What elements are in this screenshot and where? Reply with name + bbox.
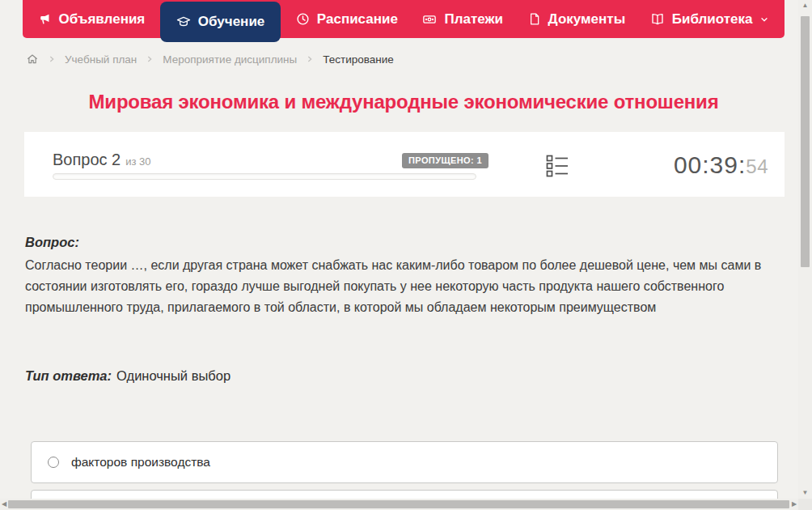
- answer-option[interactable]: факторов производства: [31, 441, 778, 483]
- scroll-right-icon[interactable]: ▶: [790, 501, 798, 508]
- chevron-right-icon: [48, 55, 56, 63]
- question-total-label: из 30: [125, 155, 150, 168]
- question-number-label: Вопрос 2: [53, 151, 121, 168]
- top-nav: Объявления Обучение Расписание Платежи Д…: [23, 0, 785, 38]
- answer-type-line: Тип ответа:Одиночный выбор: [25, 368, 230, 384]
- skipped-badge: ПРОПУЩЕНО: 1: [402, 153, 488, 168]
- scroll-down-icon[interactable]: ▼: [798, 490, 812, 496]
- question-list-icon: [546, 167, 569, 181]
- question-block: Вопрос: Согласно теории …, если другая с…: [25, 235, 789, 318]
- graduation-cap-icon: [176, 15, 191, 29]
- progress-bar: [53, 173, 476, 180]
- nav-item-label: Расписание: [317, 11, 398, 28]
- cash-icon: [422, 12, 437, 27]
- timer-seconds: 54: [746, 155, 768, 178]
- answer-type-label: Тип ответа:: [25, 368, 112, 383]
- chevron-right-icon: [146, 55, 154, 63]
- nav-item-label: Документы: [548, 11, 626, 28]
- answer-option-label: факторов производства: [71, 455, 210, 470]
- breadcrumb-item-testing: Тестирование: [323, 53, 394, 66]
- horizontal-scrollbar[interactable]: ◀ ▶: [0, 499, 798, 510]
- nav-item-library[interactable]: Библиотека: [641, 0, 780, 38]
- test-page: Объявления Обучение Расписание Платежи Д…: [0, 0, 812, 510]
- vertical-scrollbar[interactable]: ▲ ▼: [798, 0, 812, 499]
- question-panel: Вопрос 2из 30 ПРОПУЩЕНО: 1 00:39:54: [24, 132, 785, 197]
- question-text: Согласно теории …, если другая страна мо…: [25, 255, 789, 318]
- nav-item-label: Обучение: [198, 14, 264, 30]
- radio-button[interactable]: [48, 457, 59, 468]
- nav-item-documents[interactable]: Документы: [518, 0, 636, 38]
- horizontal-scrollbar-thumb[interactable]: [8, 500, 789, 508]
- nav-item-learning[interactable]: Обучение: [160, 2, 281, 42]
- chevron-right-icon: [306, 55, 314, 63]
- breadcrumb-item-study-plan[interactable]: Учебный план: [65, 53, 137, 66]
- nav-item-label: Объявления: [59, 11, 146, 28]
- breadcrumb: Учебный план Мероприятие дисциплины Тест…: [26, 50, 394, 68]
- timer-hours-minutes: 00:39:: [674, 151, 746, 179]
- home-icon[interactable]: [26, 53, 39, 66]
- timer: 00:39:54: [674, 151, 768, 179]
- breadcrumb-item-discipline-event[interactable]: Мероприятие дисциплины: [163, 53, 297, 66]
- vertical-scrollbar-thumb[interactable]: [801, 16, 810, 267]
- nav-item-schedule[interactable]: Расписание: [286, 0, 408, 38]
- answer-type-value: Одиночный выбор: [116, 368, 230, 383]
- nav-item-payments[interactable]: Платежи: [412, 0, 513, 38]
- question-list-button[interactable]: [546, 154, 569, 181]
- scroll-left-icon[interactable]: ◀: [0, 501, 8, 508]
- question-heading: Вопрос:: [25, 235, 789, 250]
- nav-item-announcements[interactable]: Объявления: [28, 0, 155, 38]
- nav-item-label: Библиотека: [672, 11, 753, 28]
- chevron-down-icon: [759, 15, 769, 24]
- scrollbar-corner: [798, 499, 812, 510]
- nav-item-label: Платежи: [444, 11, 503, 28]
- document-icon: [528, 12, 541, 26]
- question-number: Вопрос 2из 30: [53, 151, 151, 169]
- clock-icon: [296, 12, 310, 26]
- megaphone-icon: [38, 12, 52, 26]
- scroll-up-icon[interactable]: ▲: [798, 2, 812, 9]
- book-icon: [650, 12, 665, 27]
- page-title: Мировая экономика и международные эконом…: [23, 91, 785, 113]
